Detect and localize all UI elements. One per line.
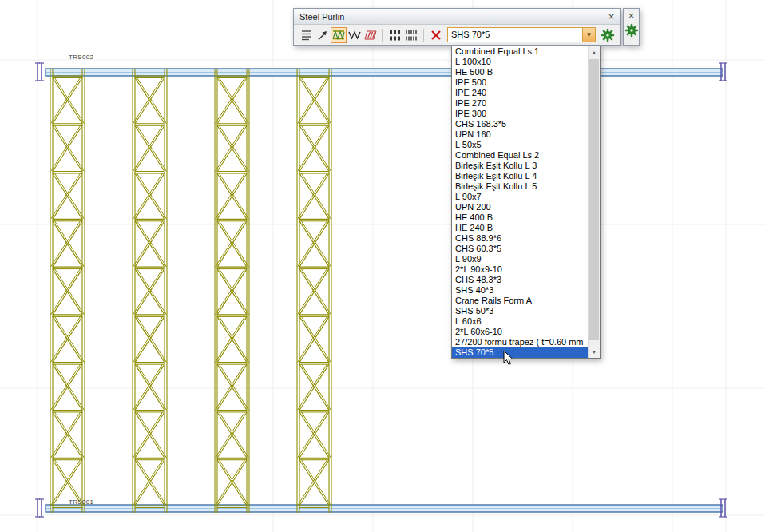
close-icon[interactable]: × [624, 9, 638, 22]
dropdown-item[interactable]: 2*L 90x9-10 [452, 264, 588, 275]
dropdown-item[interactable]: CHS 168.3*5 [452, 119, 588, 129]
beam-label-trs001: TRS001 [69, 498, 93, 506]
dropdown-item[interactable]: Combined Equal Ls 1 [452, 46, 588, 57]
scroll-up-icon[interactable]: ▲ [589, 46, 600, 58]
side-tool-window: × [623, 8, 640, 46]
dropdown-item[interactable]: L 100x10 [452, 57, 588, 67]
dropdown-item[interactable]: IPE 240 [452, 88, 588, 98]
dropdown-item[interactable]: Crane Rails Form A [452, 296, 588, 306]
dropdown-item[interactable]: L 90x9 [452, 254, 588, 264]
close-icon[interactable]: × [604, 10, 618, 22]
dropdown-item[interactable]: 2*L 60x6-10 [452, 327, 588, 337]
profile-combobox-value[interactable]: SHS 70*5 [448, 28, 582, 42]
dropdown-item[interactable]: Combined Equal Ls 2 [452, 150, 588, 161]
apply-gear-icon[interactable] [624, 22, 640, 38]
dropdown-item[interactable]: CHS 88.9*6 [452, 233, 588, 244]
steel-purlin-window: Steel Purlin × [293, 8, 621, 46]
dropdown-item[interactable]: IPE 500 [452, 77, 588, 88]
zigzag-icon[interactable] [347, 27, 363, 43]
dropdown-item[interactable]: IPE 270 [452, 98, 588, 109]
dropdown-item[interactable]: SHS 70*5 [452, 347, 588, 358]
titlebar[interactable]: Steel Purlin × [294, 9, 620, 25]
dropdown-item[interactable]: HE 400 B [452, 212, 588, 223]
dropdown-item[interactable]: Birleşik Eşit Kollu L 5 [452, 181, 588, 192]
pick-arrow-icon[interactable] [315, 27, 331, 43]
dropdown-item[interactable]: HE 500 B [452, 67, 588, 77]
beam-label-trs002: TRS002 [69, 54, 93, 61]
scrollbar-thumb[interactable] [589, 59, 599, 340]
dropdown-item[interactable]: 27/200 formu trapez ( t=0.60 mm [452, 337, 588, 347]
dropdown-item[interactable]: Birleşik Eşit Kollu L 4 [452, 171, 588, 181]
drawing-canvas[interactable] [0, 0, 765, 532]
dropdown-item[interactable]: IPE 300 [452, 109, 588, 119]
lines-icon[interactable] [299, 27, 315, 43]
dropdown-item[interactable]: UPN 160 [452, 129, 588, 140]
dropdown-item[interactable]: SHS 40*3 [452, 285, 588, 296]
profile-combobox[interactable]: SHS 70*5 ▼ [447, 27, 596, 42]
chevron-down-icon[interactable]: ▼ [582, 28, 595, 42]
scroll-down-icon[interactable]: ▼ [589, 346, 600, 358]
dropdown-item[interactable]: CHS 60.3*5 [452, 244, 588, 254]
dropdown-item[interactable]: HE 240 B [452, 223, 588, 233]
delete-red-x-icon[interactable] [428, 27, 444, 43]
dropdown-item[interactable]: Birleşik Eşit Kollu L 3 [452, 161, 588, 171]
profile-dropdown: Combined Equal Ls 1L 100x10HE 500 BIPE 5… [451, 46, 601, 359]
truss-panel-icon[interactable] [331, 27, 347, 43]
dropdown-item[interactable]: UPN 200 [452, 202, 588, 212]
dropdown-item[interactable]: L 90x7 [452, 192, 588, 202]
rail-grid-icon[interactable] [387, 27, 403, 43]
dropdown-item[interactable]: CHS 48.3*3 [452, 275, 588, 285]
rail-grid-dense-icon[interactable] [403, 27, 419, 43]
dropdown-item[interactable]: L 60x6 [452, 316, 588, 327]
window-title: Steel Purlin [299, 12, 604, 22]
dropdown-item[interactable]: SHS 50*3 [452, 306, 588, 316]
toolbar-separator [382, 29, 383, 42]
red-hatch-icon[interactable] [363, 27, 379, 43]
toolbar-separator [423, 29, 424, 42]
profile-dropdown-list: Combined Equal Ls 1L 100x10HE 500 BIPE 5… [452, 46, 588, 358]
apply-gear-icon[interactable] [600, 27, 616, 43]
purlin-toolbar: SHS 70*5 ▼ [294, 25, 620, 45]
dropdown-scrollbar[interactable]: ▲ ▼ [588, 46, 600, 358]
dropdown-item[interactable]: L 50x5 [452, 140, 588, 150]
